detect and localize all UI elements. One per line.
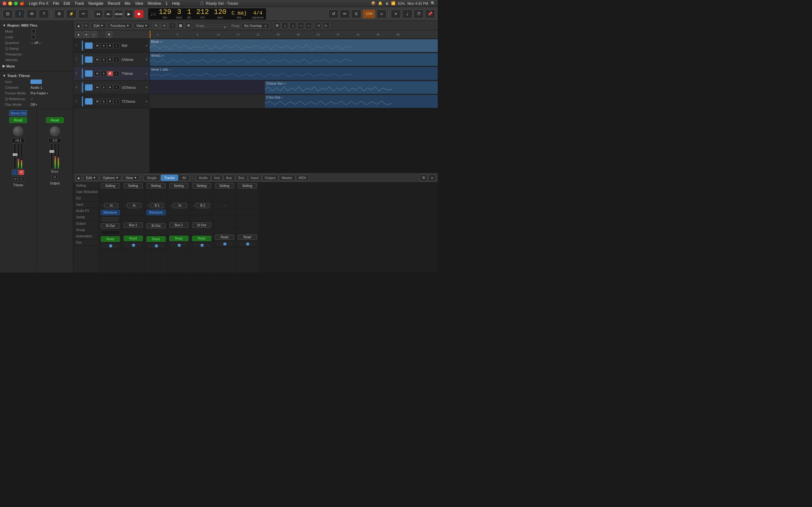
strip2-knob[interactable]	[50, 126, 60, 136]
mixer-options-button[interactable]: Options ▼	[100, 175, 121, 181]
ch7-setting-button[interactable]: Setting	[238, 183, 257, 188]
strip2-read-button[interactable]: Read	[46, 117, 64, 123]
track3-rec-button[interactable]: R	[107, 71, 113, 76]
track-zoom-w[interactable]: ↔	[305, 22, 312, 29]
add-track-button[interactable]: +	[83, 32, 90, 38]
scroll-right-button[interactable]: ▷	[322, 22, 329, 29]
strip1-read-button[interactable]: Read	[9, 117, 27, 123]
track3-input-button[interactable]: I	[113, 71, 119, 76]
strip1-solo-button[interactable]: S	[19, 177, 24, 181]
ch2-pan-control[interactable]	[125, 244, 141, 246]
inspector-button[interactable]: ℹ	[14, 9, 25, 18]
scroll-left-button[interactable]: ◁	[315, 22, 322, 29]
menu-help[interactable]: Help	[172, 1, 180, 6]
track5-input-button[interactable]: I	[113, 99, 119, 104]
track5-solo-button[interactable]: S	[101, 99, 107, 104]
ch3-input-button[interactable]: B 1	[150, 203, 164, 208]
menu-logicprox[interactable]: Logic Pro X	[29, 1, 49, 6]
filter-inst[interactable]: Inst	[211, 175, 223, 181]
track-inspector-header[interactable]: ▼ Track: TVerse	[0, 72, 73, 79]
filter-master[interactable]: Master	[279, 175, 295, 181]
rewind-button[interactable]: ⏮	[94, 10, 103, 18]
track1-options-icon[interactable]: ●	[146, 44, 148, 47]
maximize-button[interactable]	[14, 2, 18, 5]
ch5-pan-control[interactable]	[194, 244, 210, 246]
track5-options-icon[interactable]: ●	[146, 100, 148, 103]
ch1-send-slot[interactable]	[102, 217, 118, 221]
track2-solo-button[interactable]: S	[101, 57, 107, 62]
ch3-setting-button[interactable]: Setting	[147, 183, 165, 188]
ch3-output-button[interactable]: St Out	[147, 223, 165, 228]
waveform-row-cvox[interactable]: CVox Dub ○	[150, 95, 438, 108]
track-zoom-up[interactable]: ↕	[289, 22, 296, 29]
mixer-up-button[interactable]: ▲	[75, 175, 82, 181]
close-button[interactable]	[3, 2, 6, 5]
filter-output[interactable]: Output	[262, 175, 278, 181]
ch6-pan-control[interactable]	[217, 243, 233, 245]
smart-controls-button[interactable]: ✉	[27, 9, 37, 18]
ch7-automation-button[interactable]: Read	[238, 234, 257, 240]
ch1-pan-control[interactable]	[102, 245, 118, 247]
strip1-indicator-i[interactable]: I	[12, 170, 18, 175]
list-view-button[interactable]: ≡	[391, 9, 401, 18]
mixer-view-button[interactable]: View ▼	[123, 175, 140, 181]
toolbar-btn-7[interactable]: ✂	[78, 9, 89, 18]
clip-cvox[interactable]: CVox Dub ○	[265, 95, 438, 108]
ch4-setting-button[interactable]: Setting	[169, 183, 189, 188]
search-icon[interactable]: 🔍	[431, 1, 435, 5]
track3-mute-button[interactable]: M	[95, 71, 100, 76]
play-button[interactable]: ▶	[124, 10, 133, 18]
filter-midi[interactable]: MIDI	[296, 175, 309, 181]
more-header[interactable]: ▶ More	[0, 63, 73, 69]
drag-dropdown[interactable]: No Overlap ▼	[241, 23, 270, 29]
cycle-button[interactable]: ↺	[328, 9, 339, 18]
strip1-fader[interactable]	[14, 144, 16, 169]
ch4-input-button[interactable]: In	[173, 203, 187, 208]
ch1-input-button[interactable]: In	[104, 203, 118, 208]
menu-edit[interactable]: Edit	[63, 1, 70, 6]
count-in-display[interactable]: 1234	[362, 9, 375, 18]
mixer-edit-button[interactable]: Edit ▼	[83, 175, 99, 181]
minimize-button[interactable]	[8, 2, 12, 5]
track-icon-preview[interactable]	[31, 79, 42, 84]
track-zoom-down[interactable]: ↕	[281, 22, 288, 29]
functions-menu-button[interactable]: Functions ▼	[107, 23, 132, 29]
quantize-value[interactable]: off	[34, 41, 38, 45]
clip-music[interactable]: Music ∞	[150, 39, 438, 52]
ch7-pan-control[interactable]	[240, 243, 255, 245]
clip-chorus[interactable]: Chorus Vox ∞	[265, 81, 438, 94]
strip1-fader-thumb[interactable]	[13, 153, 18, 156]
record-button[interactable]: ⏺	[135, 10, 143, 18]
waveform-row-verse1[interactable]: Verse1 ∞	[150, 53, 438, 66]
track-zoom-height[interactable]: ⊞	[273, 22, 281, 29]
select-tool[interactable]: ▦	[177, 22, 184, 29]
track4-options-icon[interactable]: ●	[146, 86, 148, 89]
note-view-button[interactable]: ♩	[402, 9, 412, 18]
region-inspector-header[interactable]: ▼ Region: MIDI Thru	[0, 22, 73, 29]
track1-solo-button[interactable]: S	[101, 43, 107, 48]
library-button[interactable]: ⊟	[3, 9, 13, 18]
fast-forward-button[interactable]: ⏭	[104, 10, 113, 18]
strip1-indicator-r[interactable]: R	[18, 170, 24, 175]
menu-apple[interactable]: 🍎	[20, 1, 24, 6]
strip2-fader-thumb[interactable]	[49, 150, 55, 153]
menu-mix[interactable]: Mix	[125, 1, 131, 6]
track2-rec-button[interactable]: R	[107, 57, 113, 62]
mixer-list-view[interactable]: ≡	[428, 174, 436, 181]
strip2-bounce-label[interactable]: Bnce	[51, 169, 58, 174]
ch6-setting-button[interactable]: Setting	[215, 183, 234, 188]
time-button[interactable]: ⏱	[414, 9, 424, 18]
track1-rec-button[interactable]: R	[107, 43, 113, 48]
track3-solo-button[interactable]: S	[101, 71, 107, 76]
waveform-row-chorus[interactable]: Chorus Vox ∞	[150, 80, 438, 95]
mixer-grid-view[interactable]: ⊞	[420, 174, 427, 181]
menu-view[interactable]: View	[135, 1, 143, 6]
track4-solo-button[interactable]: S	[101, 85, 107, 90]
edit-menu-button[interactable]: Edit ▼	[91, 23, 106, 29]
track4-mute-button[interactable]: M	[95, 85, 100, 90]
ch3-automation-button[interactable]: Read	[147, 236, 165, 242]
ch2-setting-button[interactable]: Setting	[124, 183, 143, 188]
ch1-melodyne-button[interactable]: Melodyne	[101, 210, 120, 215]
strip2-fader[interactable]	[50, 144, 53, 169]
zoom-tool[interactable]: ⊞	[185, 22, 192, 29]
